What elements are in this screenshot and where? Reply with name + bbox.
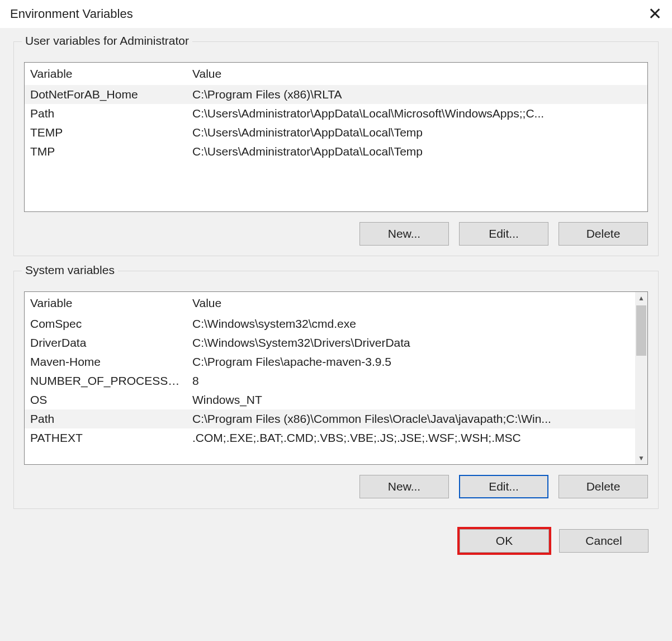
system-delete-button[interactable]: Delete [559,475,648,498]
scroll-down-icon[interactable]: ▼ [635,452,647,464]
system-row-value: C:\Program Files (x86)\Common Files\Orac… [187,409,647,428]
user-row-value: C:\Users\Administrator\AppData\Local\Tem… [187,123,647,142]
system-row-value: 8 [187,371,647,390]
system-variables-list[interactable]: Variable Value ComSpecC:\Windows\system3… [24,291,648,465]
user-new-button[interactable]: New... [359,222,449,246]
user-row[interactable]: TMPC:\Users\Administrator\AppData\Local\… [25,142,647,161]
cancel-button[interactable]: Cancel [559,529,649,553]
system-row-variable: Path [25,409,187,428]
system-edit-button[interactable]: Edit... [459,475,548,498]
user-variables-group: User variables for Administrator Variabl… [13,41,659,256]
user-row[interactable]: PathC:\Users\Administrator\AppData\Local… [25,104,647,123]
system-variables-group: System variables Variable Value ComSpecC… [13,271,659,509]
ok-button[interactable]: OK [460,529,549,553]
user-row-value: C:\Program Files (x86)\RLTA [187,85,647,104]
user-row-value: C:\Users\Administrator\AppData\Local\Mic… [187,104,647,123]
user-row[interactable]: TEMPC:\Users\Administrator\AppData\Local… [25,123,647,142]
user-variables-buttons: New... Edit... Delete [24,222,648,246]
system-row[interactable]: NUMBER_OF_PROCESSORS8 [25,371,647,390]
system-row[interactable]: PathC:\Program Files (x86)\Common Files\… [25,409,647,428]
system-new-button[interactable]: New... [359,475,449,498]
user-row[interactable]: DotNetForAB_HomeC:\Program Files (x86)\R… [25,85,647,104]
system-row-variable: PATHEXT [25,428,187,447]
system-row-variable: DriverData [25,333,187,352]
system-row-value: C:\Program Files\apache-maven-3.9.5 [187,352,647,371]
system-row-variable: Maven-Home [25,352,187,371]
system-row-variable: OS [25,390,187,409]
user-col-variable[interactable]: Variable [25,63,187,85]
user-edit-button[interactable]: Edit... [459,222,548,246]
system-row[interactable]: ComSpecC:\Windows\system32\cmd.exe [25,314,647,333]
system-row-variable: NUMBER_OF_PROCESSORS [25,371,187,390]
window-title: Environment Variables [10,7,640,21]
system-row[interactable]: PATHEXT.COM;.EXE;.BAT;.CMD;.VBS;.VBE;.JS… [25,428,647,447]
user-col-value[interactable]: Value [187,63,647,85]
user-delete-button[interactable]: Delete [559,222,648,246]
user-row-variable: Path [25,104,187,123]
scrollbar-track[interactable] [635,304,647,452]
system-row-value: C:\Windows\System32\Drivers\DriverData [187,333,647,352]
scrollbar-thumb[interactable] [636,305,646,356]
system-row-variable: ComSpec [25,314,187,333]
system-row[interactable]: DriverDataC:\Windows\System32\Drivers\Dr… [25,333,647,352]
user-variables-list[interactable]: Variable Value DotNetForAB_HomeC:\Progra… [24,62,648,212]
system-col-value[interactable]: Value [187,292,647,314]
dialog-buttons: OK Cancel [13,529,659,553]
system-col-variable[interactable]: Variable [25,292,187,314]
user-row-variable: TMP [25,142,187,161]
system-variables-legend: System variables [22,263,118,277]
system-row-value: .COM;.EXE;.BAT;.CMD;.VBS;.VBE;.JS;.JSE;.… [187,428,647,447]
system-row-value: Windows_NT [187,390,647,409]
system-row-value: C:\Windows\system32\cmd.exe [187,314,647,333]
close-icon[interactable]: ✕ [640,6,662,22]
dialog-client-area: User variables for Administrator Variabl… [0,28,672,641]
user-row-value: C:\Users\Administrator\AppData\Local\Tem… [187,142,647,161]
system-variables-buttons: New... Edit... Delete [24,475,648,498]
titlebar: Environment Variables ✕ [0,0,672,28]
system-row[interactable]: Maven-HomeC:\Program Files\apache-maven-… [25,352,647,371]
system-row[interactable]: OSWindows_NT [25,390,647,409]
scroll-up-icon[interactable]: ▲ [635,292,647,304]
user-variables-legend: User variables for Administrator [22,34,192,48]
user-row-variable: DotNetForAB_Home [25,85,187,104]
system-scrollbar[interactable]: ▲ ▼ [635,292,647,464]
user-row-variable: TEMP [25,123,187,142]
